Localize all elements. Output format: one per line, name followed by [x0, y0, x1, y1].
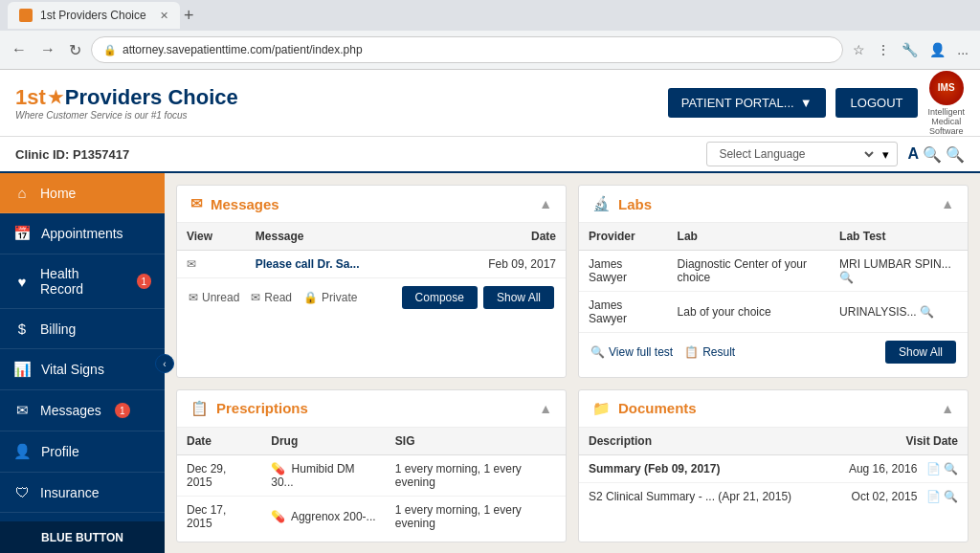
rx-date-2: Dec 17, 2015 — [177, 496, 261, 537]
home-icon: ⌂ — [13, 185, 31, 201]
logo: 1st★Providers Choice — [15, 85, 668, 110]
prescriptions-title-text: Prescriptions — [216, 400, 308, 416]
compose-button[interactable]: Compose — [402, 286, 478, 309]
sidebar-item-billing[interactable]: $ Billing — [0, 309, 165, 349]
accessibility-a-icon[interactable]: A — [907, 145, 919, 164]
documents-card-title: 📁 Documents — [592, 400, 697, 417]
bookmark-icon[interactable]: ☆ — [849, 38, 869, 61]
lab-provider-2: James Sawyer — [579, 292, 668, 333]
messages-title-text: Messages — [211, 196, 279, 212]
messages-icon: ✉ — [13, 402, 31, 419]
messages-card: ✉ Messages ▲ View Message Date — [176, 185, 567, 378]
doc-view-icon-2[interactable]: 🔍 — [944, 490, 958, 503]
messages-footer-actions: Compose Show All — [402, 286, 554, 309]
doc-col-description: Description — [579, 428, 825, 455]
sidebar: ⌂ Home 📅 Appointments ♥ Health Record 1 … — [0, 173, 165, 553]
sidebar-item-appointments[interactable]: 📅 Appointments — [0, 213, 165, 254]
table-row: Dec 17, 2015 💊 Aggrenox 200-... 1 every … — [177, 496, 566, 537]
doc-file-icon-2[interactable]: 📄 — [926, 490, 941, 503]
msg-text[interactable]: Please call Dr. Sa... — [246, 251, 434, 278]
patient-portal-chevron: ▼ — [800, 96, 813, 110]
read-legend: ✉ Read — [251, 291, 292, 304]
new-tab-button[interactable]: + — [184, 6, 194, 26]
messages-card-collapse[interactable]: ▲ — [539, 196, 552, 211]
reload-button[interactable]: ↻ — [65, 37, 85, 63]
logout-label: LOGOUT — [851, 96, 903, 110]
labs-card-icon: 🔬 — [592, 195, 611, 212]
profile-icon[interactable]: 👤 — [925, 38, 949, 61]
patient-portal-button[interactable]: PATIENT PORTAL... ▼ — [668, 88, 826, 118]
labs-card-footer: 🔍 View full test 📋 Result Show All — [579, 332, 968, 371]
sidebar-item-health-record[interactable]: ♥ Health Record 1 — [0, 254, 165, 309]
view-full-test-link[interactable]: 🔍 View full test — [590, 345, 673, 359]
logo-first: 1st — [15, 85, 46, 110]
messages-card-header: ✉ Messages ▲ — [177, 186, 566, 223]
header-right: PATIENT PORTAL... ▼ LOGOUT IMS Intellige… — [668, 71, 965, 136]
sidebar-item-vital-signs[interactable]: 📊 Vital Signs — [0, 349, 165, 390]
doc-col-visit-date: Visit Date — [825, 428, 968, 455]
search-icon-2[interactable]: 🔍 — [946, 145, 965, 164]
search-icon-1[interactable]: 🔍 — [923, 145, 942, 164]
blue-button[interactable]: BLUE BUTTON — [0, 521, 165, 553]
active-tab[interactable]: 1st Providers Choice ✕ — [8, 2, 180, 29]
messages-col-view: View — [177, 223, 246, 251]
rx-drug-2: 💊 Aggrenox 200-... — [261, 496, 386, 537]
sidebar-collapse-button[interactable]: ‹ — [155, 354, 174, 373]
extension-icon[interactable]: 🔧 — [898, 38, 922, 61]
sidebar-item-messages-label: Messages — [40, 403, 101, 418]
more-icon[interactable]: ... — [953, 38, 972, 61]
labs-card-collapse[interactable]: ▲ — [941, 196, 954, 211]
result-icon: 📋 — [684, 345, 699, 359]
back-button[interactable]: ← — [8, 37, 31, 62]
doc-desc-2: S2 Clinical Summary - ... (Apr 21, 2015) — [579, 482, 825, 510]
doc-view-icon-1[interactable]: 🔍 — [944, 462, 958, 476]
rx-col-sig: SIG — [386, 428, 566, 455]
dropdown-chevron: ▾ — [882, 147, 889, 162]
rx-drug-1: 💊 Humibid DM 30... — [261, 454, 386, 496]
address-bar[interactable]: 🔒 attorney.savepatienttime.com/patient/i… — [91, 36, 843, 63]
prescriptions-card-body: Date Drug SIG Dec 29, 2015 💊 Humibid DM … — [177, 428, 566, 537]
msg-view-icon: ✉ — [177, 251, 246, 278]
language-selector[interactable]: Select Language ▾ — [706, 142, 898, 166]
menu-icon[interactable]: ⋮ — [873, 38, 894, 61]
lab-test-2[interactable]: URINALYSIS... 🔍 — [830, 292, 968, 333]
messages-show-all-button[interactable]: Show All — [483, 286, 554, 309]
prescriptions-card-collapse[interactable]: ▲ — [539, 401, 552, 416]
lock-icon: 🔒 — [103, 44, 117, 56]
msg-date: Feb 09, 2017 — [434, 251, 566, 278]
doc-date-1: Aug 16, 2016 📄 🔍 — [825, 454, 968, 482]
result-link[interactable]: 📋 Result — [684, 345, 735, 359]
result-label: Result — [702, 345, 735, 359]
sidebar-item-insurance[interactable]: 🛡 Insurance — [0, 473, 165, 513]
url-text: attorney.savepatienttime.com/patient/ind… — [122, 43, 363, 56]
accessibility-icons: A 🔍 🔍 — [907, 145, 965, 164]
rx-col-date: Date — [177, 428, 261, 455]
prescriptions-table: Date Drug SIG Dec 29, 2015 💊 Humibid DM … — [177, 428, 566, 537]
documents-card-icon: 📁 — [592, 400, 611, 417]
sidebar-item-profile[interactable]: 👤 Profile — [0, 431, 165, 473]
prescriptions-card-header: 📋 Prescriptions ▲ — [177, 390, 566, 428]
doc-file-icon-1[interactable]: 📄 — [926, 462, 941, 476]
lab-test-1[interactable]: MRI LUMBAR SPIN... 🔍 — [830, 251, 968, 292]
tab-close-button[interactable]: ✕ — [160, 10, 168, 22]
browser-toolbar-icons: ☆ ⋮ 🔧 👤 ... — [849, 38, 972, 61]
forward-button[interactable]: → — [36, 37, 59, 62]
lab-search-icon-1[interactable]: 🔍 — [839, 271, 854, 284]
language-dropdown[interactable]: Select Language — [715, 146, 877, 162]
labs-col-lab: Lab — [668, 223, 831, 251]
logout-button[interactable]: LOGOUT — [835, 88, 919, 118]
clinic-id: Clinic ID: P1357417 — [15, 147, 706, 162]
sidebar-item-health-record-label: Health Record — [40, 266, 123, 297]
documents-card-collapse[interactable]: ▲ — [941, 401, 954, 416]
app-header: 1st★Providers Choice Where Customer Serv… — [0, 70, 980, 137]
lab-search-icon-2[interactable]: 🔍 — [920, 305, 934, 319]
clinic-bar: Clinic ID: P1357417 Select Language ▾ A … — [0, 137, 980, 173]
lab-lab-1: Diagnostic Center of your choice — [668, 251, 831, 292]
rx-sig-2: 1 every morning, 1 every evening — [386, 496, 566, 537]
messages-card-title: ✉ Messages — [190, 195, 279, 212]
rx-date-1: Dec 29, 2015 — [177, 454, 261, 496]
sidebar-item-home[interactable]: ⌂ Home — [0, 173, 165, 213]
labs-show-all-button[interactable]: Show All — [885, 341, 956, 364]
sidebar-item-messages[interactable]: ✉ Messages 1 — [0, 390, 165, 431]
sidebar-item-home-label: Home — [40, 186, 76, 201]
